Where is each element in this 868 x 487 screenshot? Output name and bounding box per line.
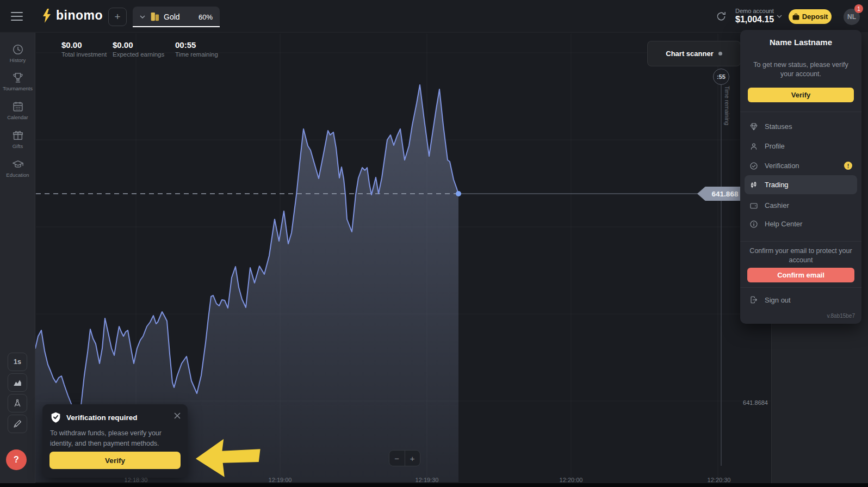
menu-item-verification[interactable]: Verification !: [745, 156, 857, 175]
asset-tab-gold[interactable]: Gold 60%: [133, 7, 220, 27]
menu-item-label: Trading: [765, 181, 789, 189]
add-asset-tab-button[interactable]: +: [108, 8, 127, 26]
gifts-icon: [12, 130, 24, 141]
asset-name: Gold: [164, 13, 180, 21]
sidebar-item-history[interactable]: History: [0, 44, 35, 63]
expected-earnings-stat: $0.00 Expected earnings: [113, 40, 164, 58]
total-investment-label: Total investment: [61, 51, 107, 58]
zoom-out-button[interactable]: −: [389, 451, 405, 466]
chart-scanner-button[interactable]: Chart scanner: [647, 41, 741, 66]
timeframe-button[interactable]: 1s: [8, 353, 27, 371]
sidebar-item-gifts[interactable]: Gifts: [0, 130, 35, 149]
expiry-timer-badge: :55: [713, 69, 729, 85]
help-button[interactable]: ?: [6, 449, 27, 470]
sidebar-label: Gifts: [0, 143, 35, 149]
sidebar-item-calendar[interactable]: Calendar: [0, 101, 35, 120]
popup-verify-button[interactable]: Verify: [49, 452, 181, 469]
account-balance: $1,004.15: [735, 15, 774, 24]
menu-verify-button[interactable]: Verify: [748, 88, 854, 102]
gold-bars-icon: [150, 11, 159, 22]
time-axis-tick: 12:19:30: [416, 477, 439, 483]
chevron-down-icon[interactable]: [777, 15, 782, 18]
sidebar-item-tournaments[interactable]: Tournaments: [0, 72, 35, 91]
account-switcher[interactable]: Demo account $1,004.15: [735, 8, 774, 24]
education-icon: [11, 158, 24, 170]
menu-item-cashier[interactable]: Cashier: [745, 196, 857, 215]
confirm-email-note: Confirm your email to protect your accou…: [749, 246, 853, 265]
sign-out-label: Sign out: [765, 296, 791, 304]
account-status-note: To get new status, please verify your ac…: [749, 60, 853, 79]
gem-icon: [749, 122, 758, 131]
price-axis-tick: 641.8684: [729, 399, 768, 406]
refresh-icon[interactable]: [716, 11, 727, 22]
sidebar-label: Calendar: [0, 114, 35, 120]
account-name: Name Lastname: [740, 38, 861, 47]
sidebar-label: History: [0, 57, 35, 63]
account-type-label: Demo account: [735, 8, 774, 14]
expected-earnings-value: $0.00: [113, 40, 164, 50]
shield-check-icon: [50, 411, 61, 424]
menu-item-label: Profile: [765, 142, 785, 150]
chart-type-button[interactable]: [8, 373, 27, 392]
indicators-button[interactable]: [8, 394, 27, 412]
menu-item-label: Verification: [765, 162, 799, 170]
scanner-status-dot: [718, 52, 722, 56]
time-axis-tick: 12:20:30: [708, 477, 731, 483]
zoom-in-button[interactable]: +: [405, 451, 420, 466]
sign-out-icon: [749, 295, 758, 304]
menu-item-help-center[interactable]: Help Center: [745, 214, 857, 233]
deposit-label: Deposit: [802, 13, 828, 21]
wallet-icon: [749, 201, 758, 210]
left-sidebar: History Tournaments Calendar: [0, 33, 35, 483]
asset-payout: 60%: [199, 13, 213, 21]
lightning-icon: [41, 9, 52, 23]
sidebar-item-education[interactable]: Education: [0, 158, 35, 178]
time-remaining-axis-label: Time remaining: [724, 86, 730, 125]
divider: [740, 112, 861, 112]
verification-popup: Verification required To withdraw funds,…: [42, 404, 188, 478]
menu-icon[interactable]: [11, 12, 23, 21]
total-investment-stat: $0.00 Total investment: [61, 40, 107, 58]
binomo-app: $0.00 Total investment $0.00 Expected ea…: [0, 0, 868, 487]
chart-scanner-label: Chart scanner: [666, 50, 713, 58]
account-menu-dropdown: Name Lastname To get new status, please …: [740, 30, 861, 324]
info-icon: [749, 220, 758, 229]
confirm-email-button[interactable]: Confirm email: [747, 268, 854, 282]
divider: [740, 241, 861, 242]
time-remaining-label: Time remaining: [175, 51, 218, 58]
deposit-button[interactable]: Deposit: [789, 9, 832, 24]
binomo-logo[interactable]: binomo: [41, 8, 103, 23]
menu-item-profile[interactable]: Profile: [745, 137, 857, 156]
pencil-icon: [13, 419, 22, 429]
history-icon: [12, 44, 24, 56]
tournaments-icon: [12, 72, 24, 84]
pointer-arrow: [191, 435, 262, 481]
time-axis-tick: 12:20:00: [560, 477, 583, 483]
time-remaining-value: 00:55: [175, 40, 218, 50]
chart-type-icon: [12, 378, 23, 387]
drawing-tools-button[interactable]: [8, 415, 27, 433]
close-icon[interactable]: [173, 412, 181, 420]
total-investment-value: $0.00: [61, 40, 107, 50]
logo-text: binomo: [56, 8, 103, 23]
calendar-icon: [12, 101, 24, 113]
bottom-strip: [0, 483, 868, 487]
time-remaining-stat: 00:55 Time remaining: [175, 40, 218, 58]
sidebar-label: Tournaments: [0, 85, 35, 91]
app-version: v.8ab15be7: [827, 313, 855, 319]
expected-earnings-label: Expected earnings: [113, 51, 164, 58]
menu-item-trading[interactable]: Trading: [745, 175, 857, 194]
menu-item-label: Help Center: [765, 220, 802, 228]
candles-icon: [749, 181, 758, 189]
divider: [740, 287, 861, 288]
indicators-icon: [13, 398, 22, 408]
person-icon: [749, 142, 758, 151]
popup-title: Verification required: [66, 414, 138, 422]
menu-item-statuses[interactable]: Statuses: [745, 117, 857, 136]
popup-body-text: To withdraw funds, please verify your id…: [50, 428, 179, 449]
sign-out-button[interactable]: Sign out: [749, 295, 791, 304]
briefcase-icon: [792, 14, 799, 20]
notification-badge: 1: [854, 4, 863, 13]
chart-zoom-controls: − +: [389, 450, 420, 466]
verification-warning-badge: !: [844, 162, 852, 170]
